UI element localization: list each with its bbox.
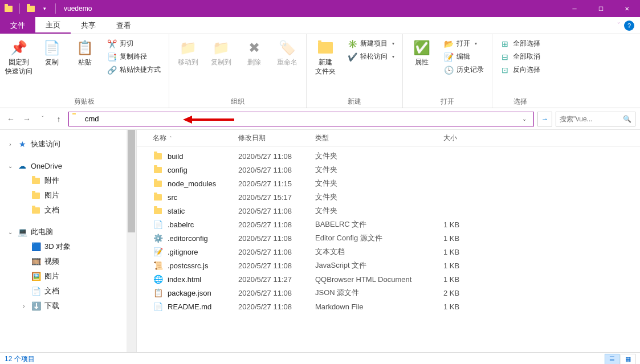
close-button[interactable]: ✕ — [614, 0, 640, 17]
folder-new-icon[interactable] — [26, 3, 36, 14]
new-folder-button[interactable]: 新建 文件夹 — [310, 36, 341, 78]
file-row[interactable]: 📝 .gitignore 2020/5/27 11:08 文本文档 1 KB — [137, 245, 640, 259]
easy-access-button[interactable]: ✔️轻松访问▾ — [345, 51, 397, 63]
gear-icon: ⚙️ — [153, 233, 163, 243]
main-area: › ★ 快速访问 ⌄ ☁ OneDrive 附件图片文档 ⌄ 💻 此电脑 — [0, 130, 640, 352]
sidebar-item[interactable]: 🎞️视频 — [7, 254, 127, 269]
view-icons-button[interactable]: ▦ — [621, 354, 635, 365]
forward-button[interactable]: → — [21, 113, 33, 125]
sidebar-item[interactable]: 📄文档 — [7, 284, 127, 298]
moveto-icon: 📁 — [179, 39, 197, 57]
tab-share[interactable]: 共享 — [71, 17, 106, 34]
invert-icon: ⊡ — [500, 66, 509, 75]
sidebar-item-onedrive[interactable]: ⌄ ☁ OneDrive — [7, 158, 127, 173]
chevron-right-icon[interactable]: › — [7, 141, 14, 148]
chevron-down-icon[interactable]: ⌄ — [7, 229, 14, 235]
tab-file[interactable]: 文件 — [0, 17, 35, 34]
file-row[interactable]: node_modules 2020/5/27 11:15 文件夹 — [137, 177, 640, 190]
file-row[interactable]: 🌐 index.html 2020/5/27 11:27 QQBrowser H… — [137, 272, 640, 286]
minimize-button[interactable]: ─ — [561, 0, 588, 17]
json-icon: 📋 — [153, 288, 163, 298]
chevron-down-icon[interactable]: ⌄ — [7, 163, 14, 169]
copyto-icon: 📁 — [212, 39, 230, 57]
move-to-button[interactable]: 📁 移动到 — [173, 36, 203, 69]
file-row[interactable]: static 2020/5/27 11:08 文件夹 — [137, 204, 640, 218]
open-icon: 📂 — [444, 39, 453, 48]
column-name[interactable]: 名称ˆ — [153, 133, 238, 143]
properties-button[interactable]: ✅ 属性 — [406, 36, 437, 69]
history-button[interactable]: 🕓历史记录 — [442, 64, 486, 76]
folder-icon — [153, 178, 163, 189]
delete-button[interactable]: ✖ 删除 — [239, 36, 270, 69]
sidebar-item[interactable]: 🖼️图片 — [7, 269, 127, 284]
go-button[interactable]: → — [537, 112, 552, 126]
md-icon: 📄 — [153, 301, 163, 312]
file-list: build 2020/5/27 11:08 文件夹 config 2020/5/… — [137, 147, 640, 352]
folder-icon: ⬇️ — [31, 301, 41, 311]
file-row[interactable]: 📋 package.json 2020/5/27 11:08 JSON 源文件 … — [137, 286, 640, 300]
sidebar-scrollbar[interactable] — [127, 130, 136, 352]
file-row[interactable]: build 2020/5/27 11:08 文件夹 — [137, 149, 640, 163]
edit-button[interactable]: 📝编辑 — [442, 51, 486, 63]
paste-shortcut-button[interactable]: 🔗粘贴快捷方式 — [105, 64, 163, 76]
ribbon-collapse-button[interactable]: ˇ — [618, 22, 619, 28]
file-row[interactable]: 📄 .babelrc 2020/5/27 11:08 BABELRC 文件 1 … — [137, 218, 640, 231]
invert-selection-button[interactable]: ⊡反向选择 — [498, 64, 543, 76]
pin-quickaccess-button[interactable]: 📌 固定到 快速访问 — [3, 36, 34, 78]
file-row[interactable]: config 2020/5/27 11:08 文件夹 — [137, 163, 640, 177]
rename-icon: 🏷️ — [278, 39, 296, 57]
column-date[interactable]: 修改日期 — [238, 133, 315, 143]
back-button[interactable]: ← — [5, 113, 17, 125]
cut-button[interactable]: ✂️剪切 — [105, 38, 163, 50]
delete-icon: ✖ — [245, 39, 263, 57]
folder-icon — [153, 192, 163, 202]
address-dropdown[interactable]: ⌄ — [519, 116, 530, 122]
window-title: vuedemo — [64, 5, 92, 13]
folder-icon — [72, 114, 81, 124]
column-type[interactable]: 类型 — [315, 133, 443, 143]
ribbon-group-organize: 📁 移动到 📁 复制到 ✖ 删除 🏷️ 重命名 组织 — [169, 34, 307, 108]
help-button[interactable]: ? — [624, 21, 634, 31]
select-none-button[interactable]: ⊟全部取消 — [498, 51, 543, 63]
qat-dropdown[interactable]: ▾ — [39, 3, 50, 14]
select-all-button[interactable]: ⊞全部选择 — [498, 38, 543, 50]
copy-to-button[interactable]: 📁 复制到 — [206, 36, 237, 69]
file-row[interactable]: 📄 README.md 2020/5/27 11:08 Markdown Fil… — [137, 300, 640, 313]
tab-home[interactable]: 主页 — [35, 17, 71, 34]
up-button[interactable]: ↑ — [52, 113, 65, 125]
view-details-button[interactable]: ☰ — [605, 354, 619, 365]
file-row[interactable]: 📜 .postcssrc.js 2020/5/27 11:08 JavaScri… — [137, 259, 640, 272]
column-headers: 名称ˆ 修改日期 类型 大小 — [137, 130, 640, 147]
new-item-button[interactable]: ✳️新建项目▾ — [345, 38, 397, 50]
rename-button[interactable]: 🏷️ 重命名 — [272, 36, 303, 69]
sidebar-item[interactable]: ›⬇️下载 — [7, 298, 127, 313]
sidebar-item[interactable]: 🟦3D 对象 — [7, 239, 127, 254]
folder-icon — [153, 151, 163, 161]
address-bar[interactable]: ⌄ — [68, 112, 534, 126]
address-input[interactable] — [85, 112, 515, 126]
ribbon-group-clipboard: 📌 固定到 快速访问 📄 复制 📋 粘贴 ✂️剪切 📑复制路径 🔗粘贴快捷方式 … — [0, 34, 169, 108]
sidebar-item[interactable]: 文档 — [7, 203, 127, 218]
paste-button[interactable]: 📋 粘贴 — [70, 36, 100, 69]
file-row[interactable]: ⚙️ .editorconfig 2020/5/27 11:08 Editor … — [137, 231, 640, 245]
cloud-icon: ☁ — [17, 161, 27, 171]
sidebar-item-thispc[interactable]: ⌄ 💻 此电脑 — [7, 224, 127, 239]
folder-icon — [153, 206, 163, 216]
ribbon: 📌 固定到 快速访问 📄 复制 📋 粘贴 ✂️剪切 📑复制路径 🔗粘贴快捷方式 … — [0, 34, 640, 108]
tab-view[interactable]: 查看 — [106, 17, 141, 34]
search-input[interactable] — [560, 115, 621, 123]
open-button[interactable]: 📂打开▾ — [442, 38, 486, 50]
recent-dropdown[interactable]: ˇ — [36, 113, 49, 125]
search-box[interactable]: 🔍 — [556, 112, 635, 126]
sidebar-item-quickaccess[interactable]: › ★ 快速访问 — [7, 137, 127, 152]
sidebar-item[interactable]: 附件 — [7, 173, 127, 188]
copy-path-button[interactable]: 📑复制路径 — [105, 51, 163, 63]
maximize-button[interactable]: ☐ — [588, 0, 614, 17]
sidebar-item[interactable]: 图片 — [7, 188, 127, 203]
copy-button[interactable]: 📄 复制 — [36, 36, 67, 69]
selectall-icon: ⊞ — [500, 39, 509, 48]
column-size[interactable]: 大小 — [443, 133, 489, 143]
pin-icon: 📌 — [10, 39, 28, 57]
item-count: 12 个项目 — [5, 354, 35, 364]
file-row[interactable]: src 2020/5/27 15:17 文件夹 — [137, 190, 640, 204]
